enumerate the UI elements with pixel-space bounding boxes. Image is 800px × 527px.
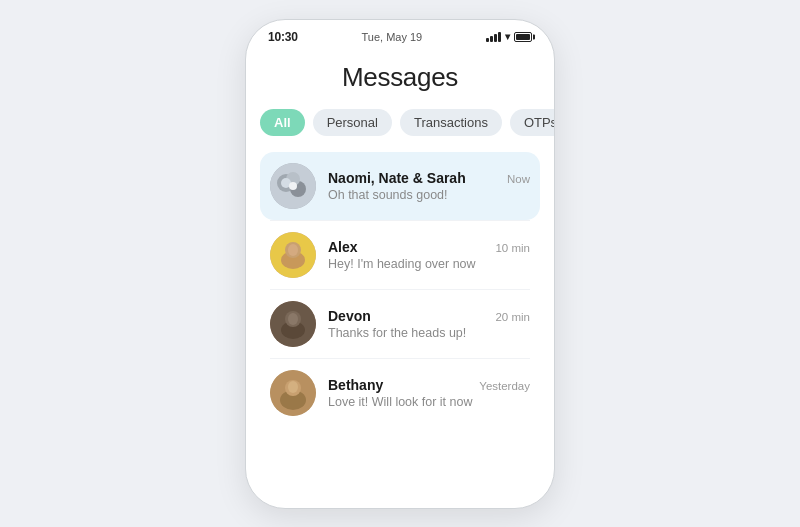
- message-item-bethany[interactable]: Bethany Yesterday Love it! Will look for…: [260, 359, 540, 427]
- message-time-alex: 10 min: [495, 242, 530, 254]
- tab-otps[interactable]: OTPs: [510, 109, 554, 136]
- status-bar: 10:30 Tue, May 19 ▾: [246, 20, 554, 48]
- message-body-bethany: Bethany Yesterday Love it! Will look for…: [328, 377, 530, 409]
- message-time-naomi: Now: [507, 173, 530, 185]
- message-item-alex[interactable]: Alex 10 min Hey! I'm heading over now: [260, 221, 540, 289]
- message-name-devon: Devon: [328, 308, 371, 324]
- tab-all[interactable]: All: [260, 109, 305, 136]
- message-header-naomi: Naomi, Nate & Sarah Now: [328, 170, 530, 186]
- avatar-devon: [270, 301, 316, 347]
- phone-frame: 10:30 Tue, May 19 ▾ Messages: [245, 19, 555, 509]
- main-content: Messages All Personal Transactions OTPs: [246, 48, 554, 508]
- svg-point-14: [288, 313, 298, 325]
- avatar-alex: [270, 232, 316, 278]
- message-time-bethany: Yesterday: [479, 380, 530, 392]
- status-date: Tue, May 19: [361, 31, 422, 43]
- status-time: 10:30: [268, 30, 298, 44]
- message-item-naomi[interactable]: Naomi, Nate & Sarah Now Oh that sounds g…: [260, 152, 540, 220]
- tab-transactions[interactable]: Transactions: [400, 109, 502, 136]
- battery-icon: [514, 32, 532, 42]
- filter-tabs: All Personal Transactions OTPs: [260, 109, 540, 136]
- page-title: Messages: [260, 62, 540, 93]
- message-body-alex: Alex 10 min Hey! I'm heading over now: [328, 239, 530, 271]
- wifi-icon: ▾: [505, 31, 510, 42]
- message-body-naomi: Naomi, Nate & Sarah Now Oh that sounds g…: [328, 170, 530, 202]
- signal-icon: [486, 32, 501, 42]
- message-name-naomi: Naomi, Nate & Sarah: [328, 170, 466, 186]
- message-name-alex: Alex: [328, 239, 358, 255]
- message-preview-naomi: Oh that sounds good!: [328, 188, 530, 202]
- message-name-bethany: Bethany: [328, 377, 383, 393]
- message-header-bethany: Bethany Yesterday: [328, 377, 530, 393]
- avatar-naomi: [270, 163, 316, 209]
- avatar-bethany: [270, 370, 316, 416]
- message-time-devon: 20 min: [495, 311, 530, 323]
- message-preview-alex: Hey! I'm heading over now: [328, 257, 530, 271]
- tab-personal[interactable]: Personal: [313, 109, 392, 136]
- message-list: Naomi, Nate & Sarah Now Oh that sounds g…: [260, 152, 540, 508]
- message-body-devon: Devon 20 min Thanks for the heads up!: [328, 308, 530, 340]
- message-preview-bethany: Love it! Will look for it now: [328, 395, 530, 409]
- svg-point-18: [288, 381, 298, 393]
- svg-point-10: [288, 244, 298, 256]
- message-preview-devon: Thanks for the heads up!: [328, 326, 530, 340]
- status-icons: ▾: [486, 31, 532, 42]
- phone-wrapper: 10:30 Tue, May 19 ▾ Messages: [0, 0, 800, 527]
- message-header-alex: Alex 10 min: [328, 239, 530, 255]
- message-item-devon[interactable]: Devon 20 min Thanks for the heads up!: [260, 290, 540, 358]
- message-header-devon: Devon 20 min: [328, 308, 530, 324]
- svg-point-5: [289, 182, 297, 190]
